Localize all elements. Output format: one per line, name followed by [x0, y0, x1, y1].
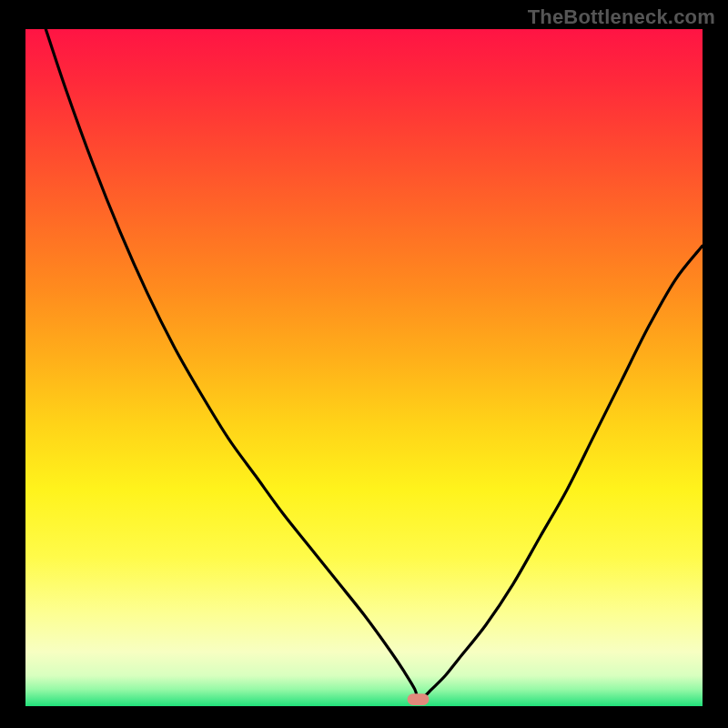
chart-svg: [25, 29, 703, 706]
plot-area: [25, 29, 703, 706]
watermark-text: TheBottleneck.com: [528, 5, 715, 29]
minimum-marker: [408, 693, 430, 705]
chart-frame: TheBottleneck.com: [0, 0, 728, 728]
bottleneck-curve: [46, 29, 703, 700]
